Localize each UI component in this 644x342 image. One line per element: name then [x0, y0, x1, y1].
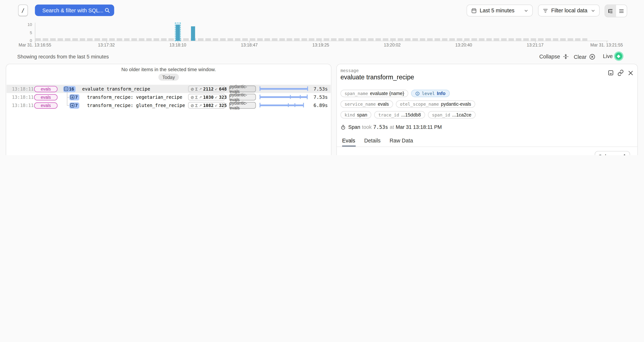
service-badge: evals	[34, 102, 58, 108]
scope-tag: pydantic-evals	[229, 102, 256, 109]
trace-row[interactable]: 13:18:11 evals − 16 evaluate transform_r…	[6, 85, 330, 93]
time-range-button[interactable]: Last 5 minutes	[466, 5, 533, 17]
expand-node-button[interactable]: + 7	[69, 94, 79, 100]
today-chip: Today	[158, 74, 179, 81]
dock-panel-icon[interactable]	[608, 69, 614, 76]
x-tick-label: 13:18:10	[170, 42, 186, 47]
trace-row[interactable]: 13:18:11 evals + 7 transform_recipe: veg…	[6, 93, 330, 101]
list-view-button[interactable]	[616, 5, 627, 17]
row-timestamp: 13:18:11	[12, 103, 34, 108]
tree-connector-stub	[67, 97, 69, 97]
x-tick-label: 13:19:25	[312, 42, 329, 47]
span-detail-panel: message evaluate transform_recipe span_n…	[336, 64, 638, 155]
row-timestamp: 13:18:11	[12, 86, 34, 92]
collapse-icon	[562, 54, 569, 60]
duration-bar-tick	[294, 103, 295, 107]
duration-text: 6.89s	[314, 102, 328, 108]
tab-evals[interactable]: Evals	[342, 137, 355, 143]
attribute-pill-trace-id[interactable]: trace_id ...15ddb8	[374, 111, 425, 118]
close-icon[interactable]	[627, 69, 634, 76]
view-mode-toggle	[604, 5, 627, 17]
span-duration-line: Span took 7.53s at Mar 31 13:18:11 PM	[340, 124, 442, 130]
tab-details[interactable]: Details	[364, 137, 381, 143]
histogram-bar[interactable]	[191, 26, 195, 41]
duration-text: 7.53s	[314, 86, 328, 92]
x-tick-label: 13:20:02	[384, 42, 401, 47]
tree-view-button[interactable]	[605, 5, 616, 17]
trace-list-panel: No older items in the selected time wind…	[6, 64, 332, 155]
duration-bar	[260, 104, 304, 106]
input-tokens: 1030	[203, 95, 214, 99]
tabs-divider	[337, 146, 637, 147]
attribute-pill-service-name[interactable]: service_name evals	[340, 100, 393, 108]
attribute-pill-kind[interactable]: kind span	[340, 111, 372, 118]
info-icon	[415, 91, 420, 96]
child-count: 7	[75, 103, 78, 108]
live-indicator-icon	[615, 53, 622, 60]
filter-local-data-button[interactable]: Filter local data	[538, 5, 600, 17]
calendar-icon	[471, 8, 477, 14]
clear-label: Clear	[574, 54, 586, 60]
y-tick-label: 5	[20, 31, 32, 35]
live-label: Live	[603, 53, 613, 59]
duration-bar-tick	[300, 95, 301, 99]
attribute-pill-span-name[interactable]: span_name evaluate {name}	[340, 90, 408, 97]
sigma-icon: Σ	[195, 95, 198, 99]
scope-tag: pydantic-evals	[229, 86, 256, 92]
clear-button[interactable]: Clear	[574, 54, 596, 60]
trace-row[interactable]: 13:18:11 evals + 7 transform_recipe: glu…	[6, 101, 330, 109]
attribute-pill-span-id[interactable]: span_id ...1ca2ce	[428, 111, 476, 118]
slash-shortcut-key[interactable]: /	[18, 5, 28, 16]
collapse-button[interactable]: Collapse	[539, 54, 569, 60]
span-name: evaluate transform_recipe	[82, 86, 150, 92]
output-tokens: 323	[219, 95, 227, 99]
child-count: 16	[69, 86, 74, 91]
input-tokens: 1082	[203, 103, 214, 108]
child-count: 7	[75, 95, 78, 99]
tokens-icon: ⊘	[191, 87, 194, 91]
service-badge: evals	[34, 94, 58, 100]
list-view-icon	[618, 8, 624, 14]
level-pill[interactable]: level Info	[411, 90, 450, 97]
copy-link-icon[interactable]	[617, 69, 624, 76]
output-tokens: 648	[219, 86, 227, 91]
span-name: transform_recipe: gluten_free_recipe	[87, 103, 185, 108]
duration-text: 7.53s	[314, 94, 328, 100]
x-tick-label: Mar 31. 13:21:55	[590, 42, 623, 47]
live-toggle[interactable]: Live	[603, 53, 622, 60]
attribute-pill-otel-scope[interactable]: otel_scope_name pydantic-evals	[396, 100, 475, 108]
showing-records-text: Showing records from the last 5 minutes	[17, 54, 109, 60]
tab-raw-data[interactable]: Raw Data	[390, 137, 413, 143]
records-histogram: 0510 Mar 31. 13:16:5513:17:3213:18:1013:…	[0, 20, 644, 50]
filter-icon	[543, 8, 548, 14]
plus-box-icon: +	[70, 95, 74, 99]
duration-bar	[260, 96, 308, 98]
input-arrow-icon: ↗	[199, 103, 202, 107]
histogram-bar[interactable]	[176, 25, 180, 41]
duration-bar-tick	[288, 103, 289, 107]
clear-circle-x-icon	[589, 54, 596, 60]
expand-node-button[interactable]: + 7	[69, 102, 79, 108]
tree-view-icon	[608, 8, 613, 14]
columns-button[interactable]: Columns	[595, 151, 630, 155]
no-older-items-text: No older items in the selected time wind…	[6, 67, 331, 72]
search-icon	[104, 8, 110, 13]
span-name: transform_recipe: vegetarian_recipe	[87, 94, 182, 100]
logfire-live-view: / Search & filter with SQL... Last 5 min…	[0, 0, 644, 155]
collapse-node-button[interactable]: − 16	[63, 86, 76, 92]
x-tick-label: 13:17:32	[98, 42, 115, 47]
input-arrow-icon: ↗	[199, 87, 202, 91]
x-tick-label: 13:20:40	[455, 42, 472, 47]
output-tokens: 325	[219, 103, 227, 108]
input-arrow-icon: ↗	[199, 95, 202, 99]
row-timestamp: 13:18:11	[12, 94, 34, 100]
search-button[interactable]: Search & filter with SQL...	[35, 5, 114, 16]
minus-box-icon: −	[64, 87, 68, 91]
up-down-chevrons-icon	[622, 154, 626, 155]
filter-label: Filter local data	[551, 8, 588, 14]
tokens-icon: ⊘	[191, 103, 194, 107]
input-tokens: 2112	[203, 86, 214, 91]
histogram-plot[interactable]	[35, 23, 606, 41]
token-stats-pill: ⊘ Σ ↗1030 ↙323	[188, 94, 225, 100]
sigma-icon: Σ	[195, 103, 198, 107]
